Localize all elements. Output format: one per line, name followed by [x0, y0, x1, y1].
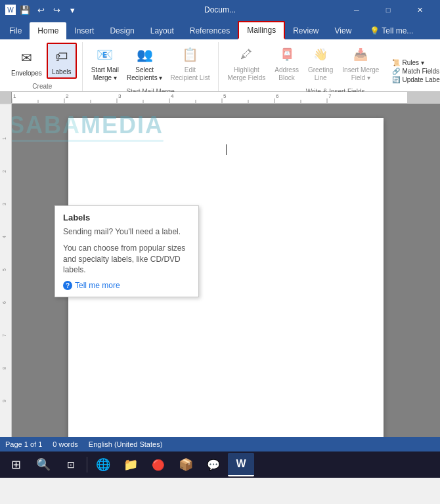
match-fields-label: Match Fields — [402, 68, 439, 75]
highlight-icon: 🖍 — [236, 44, 257, 65]
explorer-icon: 📁 — [123, 457, 138, 472]
tell-me-more-link[interactable]: ? Tell me more — [63, 281, 190, 290]
rules-label: Rules ▾ — [402, 59, 424, 66]
edit-recipient-label: EditRecipient List — [170, 66, 209, 82]
tab-layout[interactable]: Layout — [143, 22, 182, 39]
svg-text:2: 2 — [2, 170, 7, 173]
select-recipients-label: SelectRecipients ▾ — [127, 66, 162, 82]
page-info: Page 1 of 1 — [5, 440, 42, 448]
create-buttons: ✉ Envelopes 🏷 Labels — [8, 42, 77, 81]
store-icon: 📦 — [179, 457, 193, 472]
address-block-button[interactable]: 📮 AddressBlock — [271, 42, 302, 84]
svg-text:1: 1 — [2, 137, 7, 140]
rules-icon: 📜 — [392, 59, 400, 66]
ribbon-group-write-insert: 🖍 HighlightMerge Fields 📮 AddressBlock 👋… — [219, 42, 440, 91]
tab-home[interactable]: Home — [30, 22, 66, 39]
tab-review[interactable]: Review — [285, 22, 326, 39]
tab-file[interactable]: File — [1, 22, 30, 39]
greeting-line-button[interactable]: 👋 GreetingLine — [305, 42, 336, 84]
close-button[interactable]: ✕ — [405, 0, 435, 20]
word-count: 0 words — [53, 440, 78, 448]
ribbon-tabs: File Home Insert Design Layout Reference… — [0, 20, 440, 39]
tell-me-input[interactable]: 💡 Tell me... — [364, 22, 418, 39]
tab-view[interactable]: View — [327, 22, 360, 39]
watermark: NESABAMEDIA — [12, 112, 164, 139]
ruler-right-margin — [407, 92, 440, 103]
address-block-icon: 📮 — [276, 44, 297, 65]
ribbon-group-mail-merge: 📧 Start MailMerge ▾ 👥 SelectRecipients ▾… — [83, 42, 219, 91]
labels-button[interactable]: 🏷 Labels — [48, 44, 76, 77]
vertical-ruler: 1 2 3 4 5 6 7 8 9 — [0, 104, 12, 437]
save-button[interactable]: 💾 — [18, 3, 32, 16]
insert-merge-label: Insert MergeField ▾ — [342, 66, 379, 82]
watermark-nesaba: NESABA — [12, 112, 81, 138]
rules-button[interactable]: 📜 Rules ▾ — [390, 58, 440, 67]
svg-text:1: 1 — [13, 93, 16, 99]
mail-merge-icon: 📧 — [95, 44, 116, 65]
address-block-label: AddressBlock — [275, 66, 299, 82]
start-mail-merge-button[interactable]: 📧 Start MailMerge ▾ — [88, 42, 122, 84]
word-icon: W — [236, 458, 246, 470]
svg-text:5: 5 — [2, 268, 7, 271]
start-button[interactable]: ⊞ — [3, 453, 29, 476]
language: English (United States) — [89, 440, 163, 448]
create-group-label: Create — [8, 81, 77, 91]
insert-merge-field-button[interactable]: 📥 Insert MergeField ▾ — [339, 42, 382, 84]
maximize-button[interactable]: □ — [373, 0, 403, 20]
svg-text:8: 8 — [2, 367, 7, 369]
tooltip-text2: You can choose from popular sizes and sp… — [63, 243, 190, 276]
redo-button[interactable]: ↪ — [50, 3, 63, 16]
minimize-button[interactable]: ─ — [341, 0, 372, 20]
envelopes-button[interactable]: ✉ Envelopes — [8, 45, 45, 79]
chrome-icon: 🌐 — [96, 457, 110, 472]
match-fields-button[interactable]: 🔗 Match Fields — [390, 67, 440, 75]
tell-me-text: Tell me... — [382, 26, 413, 35]
horizontal-ruler: 1 2 3 4 5 6 7 — [0, 92, 440, 104]
taskbar-chrome[interactable]: 🌐 — [90, 453, 116, 476]
ribbon-group-create: ✉ Envelopes 🏷 Labels Create — [3, 42, 83, 91]
taskbar-word[interactable]: W — [228, 453, 254, 476]
svg-text:3: 3 — [118, 93, 121, 99]
labels-icon: 🏷 — [51, 46, 72, 67]
svg-text:6: 6 — [276, 93, 279, 99]
ribbon-content: ✉ Envelopes 🏷 Labels Create 📧 Start Mail… — [0, 39, 440, 92]
update-labels-icon: 🔄 — [392, 76, 400, 83]
start-mail-merge-label: Start MailMerge ▾ — [91, 66, 119, 82]
ruler-marks: 1 2 3 4 5 6 7 — [12, 92, 440, 103]
write-insert-buttons: 🖍 HighlightMerge Fields 📮 AddressBlock 👋… — [224, 42, 440, 87]
update-labels-label: Update Labels — [402, 76, 440, 83]
envelope-icon: ✉ — [16, 47, 37, 68]
tab-design[interactable]: Design — [102, 22, 142, 39]
watermark-underline — [12, 140, 164, 142]
text-cursor — [226, 144, 227, 155]
edit-recipient-list-button[interactable]: 📋 EditRecipient List — [167, 42, 213, 84]
tab-mailings[interactable]: Mailings — [238, 21, 285, 39]
ruler-left-margin — [0, 92, 12, 103]
svg-text:2: 2 — [66, 93, 69, 99]
tab-references[interactable]: References — [182, 22, 238, 39]
taskbar-divider — [87, 457, 87, 472]
svg-text:3: 3 — [2, 203, 7, 205]
highlight-merge-fields-button[interactable]: 🖍 HighlightMerge Fields — [224, 42, 269, 84]
taskbar-explorer[interactable]: 📁 — [118, 453, 144, 476]
task-view-button[interactable]: ⊡ — [58, 453, 84, 476]
taskbar-line[interactable]: 💬 — [200, 453, 227, 476]
search-icon: 🔍 — [36, 457, 51, 472]
tab-insert[interactable]: Insert — [66, 22, 102, 39]
taskbar-opera[interactable]: 🔴 — [145, 453, 171, 476]
title-bar: W 💾 ↩ ↪ ▾ Docum... ─ □ ✕ — [0, 0, 440, 20]
svg-text:4: 4 — [171, 93, 174, 99]
update-labels-button[interactable]: 🔄 Update Labels — [390, 75, 440, 84]
lightbulb-icon: 💡 — [370, 26, 380, 35]
svg-text:4: 4 — [2, 236, 7, 238]
svg-text:9: 9 — [2, 400, 7, 402]
quick-access-dropdown[interactable]: ▾ — [66, 3, 79, 16]
search-button[interactable]: 🔍 — [30, 453, 56, 476]
select-recipients-button[interactable]: 👥 SelectRecipients ▾ — [123, 42, 165, 84]
envelopes-label: Envelopes — [11, 70, 42, 77]
undo-button[interactable]: ↩ — [34, 3, 47, 16]
tooltip-text1: Sending mail? You'll need a label. — [63, 226, 190, 238]
rules-group: 📜 Rules ▾ 🔗 Match Fields 🔄 Update Labels — [390, 58, 440, 84]
status-bar: Page 1 of 1 0 words English (United Stat… — [0, 437, 440, 452]
taskbar-store[interactable]: 📦 — [173, 453, 199, 476]
